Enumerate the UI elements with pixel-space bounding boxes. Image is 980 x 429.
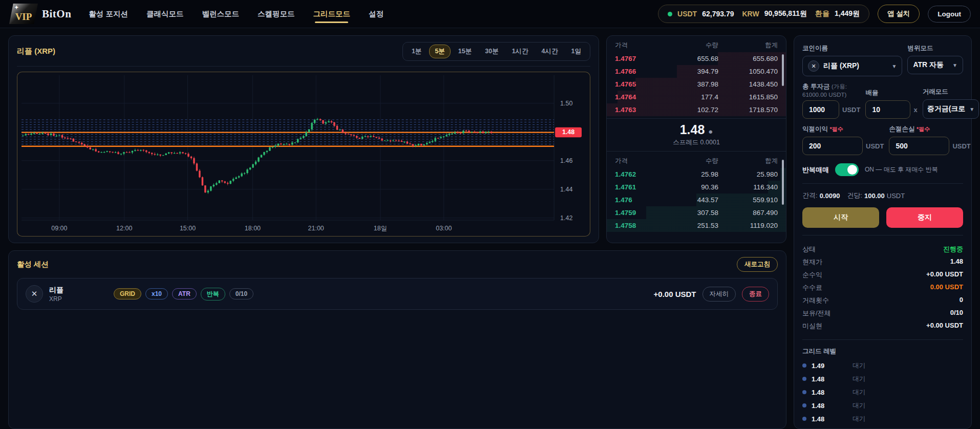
timeframe-button-1분[interactable]: 1분 — [406, 45, 427, 58]
session-pnl: +0.00 USDT — [654, 290, 696, 298]
bids-scrollbar[interactable] — [782, 160, 784, 205]
orderbook-col-header: 수량 — [659, 41, 718, 50]
invest-input[interactable] — [802, 100, 839, 119]
terminate-button[interactable]: 종료 — [742, 287, 769, 302]
session-badges: GRIDx10ATR반복0/10 — [114, 288, 253, 301]
session-badge-GRID: GRID — [114, 288, 141, 299]
stop-button[interactable]: 중지 — [886, 207, 963, 228]
svg-text:15:00: 15:00 — [180, 225, 196, 232]
sl-suffix: USDT — [952, 142, 970, 150]
start-button[interactable]: 시작 — [802, 207, 879, 228]
mid-price: 1.48 — [680, 122, 705, 137]
fx-value: 1,449원 — [835, 9, 860, 18]
svg-text:18:00: 18:00 — [245, 225, 261, 232]
repeat-trade-label: 반복매매 — [802, 165, 829, 175]
nav-item-스켈핑모드[interactable]: 스켈핑모드 — [258, 4, 295, 24]
timeframe-button-30분[interactable]: 30분 — [479, 45, 504, 58]
orderbook-col-header: 합계 — [718, 41, 778, 50]
orderbook-header-asks: 가격수량합계 — [607, 36, 786, 52]
refresh-button[interactable]: 새로고침 — [737, 257, 778, 272]
top-bar: ✦ VIP BitOn 활성 포지션클래식모드벨런스모드스켈핑모드그리드모드설정… — [0, 0, 980, 28]
svg-text:18일: 18일 — [374, 225, 387, 232]
status-dot-icon — [668, 12, 672, 16]
timeframe-button-4시간[interactable]: 4시간 — [536, 45, 564, 58]
level-dot-icon — [802, 390, 806, 394]
nav-item-활성 포지션[interactable]: 활성 포지션 — [89, 4, 128, 24]
stat-row-미실현: 미실현+0.00 USDT — [802, 319, 963, 332]
session-badge-반복: 반복 — [201, 288, 225, 301]
sessions-title: 활성 세션 — [17, 260, 49, 269]
usdt-value: 62,793.79 — [702, 10, 734, 18]
svg-text:12:00: 12:00 — [116, 225, 132, 232]
range-mode-select[interactable]: ATR 자동 ▼ — [907, 56, 963, 74]
coin-select[interactable]: ✕ 리플 (XRP) ▼ — [802, 56, 902, 76]
usdt-label: USDT — [677, 10, 697, 18]
nav-item-벨런스모드[interactable]: 벨런스모드 — [202, 4, 239, 24]
level-dot-icon — [802, 377, 806, 381]
orderbook-row-ask[interactable]: 1.4763102.721718.570 — [607, 103, 786, 116]
take-profit-input[interactable] — [802, 137, 863, 155]
gap-value: 0.0090 — [820, 192, 840, 200]
mid-price-dot-icon: ● — [708, 127, 713, 136]
session-badge-x10: x10 — [145, 288, 168, 299]
chevron-down-icon: ▼ — [952, 62, 957, 68]
coin-avatar-xrp-icon: ✕ — [26, 285, 43, 303]
session-stats: 상태진행중현재가1.48순수익+0.00 USDT수수료0.00 USDT거래횟… — [802, 243, 963, 332]
svg-text:1.46: 1.46 — [560, 157, 572, 164]
leverage-suffix: x — [913, 106, 917, 114]
coin-name-label: 코인이름 — [802, 44, 902, 53]
per-order-suffix: USDT — [887, 192, 905, 200]
grid-level-row: 1.48대기 — [802, 399, 963, 412]
svg-text:09:00: 09:00 — [51, 225, 67, 232]
sparkle-icon: ✦ — [14, 5, 18, 10]
orderbook-row-ask[interactable]: 1.4767655.68655.680 — [607, 52, 786, 65]
orderbook-row-ask[interactable]: 1.4766394.791050.470 — [607, 65, 786, 78]
nav-item-설정[interactable]: 설정 — [369, 4, 384, 24]
stat-row-순수익: 순수익+0.00 USDT — [802, 268, 963, 281]
orderbook-row-bid[interactable]: 1.476225.9825.980 — [607, 168, 786, 181]
stat-row-현재가: 현재가1.48 — [802, 255, 963, 268]
svg-text:1.50: 1.50 — [560, 100, 572, 107]
range-mode-value: ATR 자동 — [913, 60, 944, 70]
grid-levels-label: 그리드 레벨 — [802, 347, 963, 356]
timeframe-button-1일[interactable]: 1일 — [566, 45, 587, 58]
nav-item-그리드모드[interactable]: 그리드모드 — [313, 4, 350, 24]
chart-title: 리플 (XRP) — [17, 47, 55, 56]
leverage-input[interactable] — [865, 100, 910, 119]
timeframe-button-5분[interactable]: 5분 — [429, 45, 450, 58]
orderbook-row-bid[interactable]: 1.476190.36116.340 — [607, 181, 786, 194]
orderbook-row-bid[interactable]: 1.4758251.531119.020 — [607, 219, 786, 232]
vip-logo: ✦ VIP — [9, 4, 38, 24]
orderbook-row-bid[interactable]: 1.4759307.58867.490 — [607, 206, 786, 219]
stop-loss-input[interactable] — [889, 137, 949, 155]
orderbook-row-bid[interactable]: 1.476443.57559.910 — [607, 194, 786, 206]
svg-text:03:00: 03:00 — [436, 225, 452, 232]
detail-button[interactable]: 자세히 — [702, 287, 736, 302]
session-badge-0/10: 0/10 — [229, 288, 253, 299]
app-install-button[interactable]: 앱 설치 — [878, 5, 920, 23]
repeat-trade-toggle[interactable] — [835, 163, 859, 176]
candlestick-chart[interactable]: 1.501.481.461.441.4209:0012:0015:0018:00… — [17, 72, 590, 237]
session-badge-ATR: ATR — [172, 288, 197, 299]
main-nav: 활성 포지션클래식모드벨런스모드스켈핑모드그리드모드설정 — [89, 4, 384, 24]
stat-row-상태: 상태진행중 — [802, 243, 963, 255]
grid-level-row: 1.49대기 — [802, 359, 963, 372]
range-mode-label: 범위모드 — [907, 44, 963, 53]
nav-item-클래식모드[interactable]: 클래식모드 — [146, 4, 184, 24]
timeframe-selector: 1분5분15분30분1시간4시간1일 — [402, 42, 590, 61]
grid-level-row: 1.48대기 — [802, 372, 963, 385]
tp-suffix: USDT — [866, 142, 884, 150]
orderbook-row-ask[interactable]: 1.4765387.981438.450 — [607, 78, 786, 91]
orderbook-row-ask[interactable]: 1.4764177.41615.850 — [607, 91, 786, 103]
invest-label: 총 투자금 — [802, 83, 829, 90]
grid-settings-panel: 코인이름 ✕ 리플 (XRP) ▼ 범위모드 ATR 자동 ▼ 총 투자금 — [794, 35, 972, 429]
timeframe-button-15분[interactable]: 15분 — [453, 45, 477, 58]
asks-scrollbar[interactable] — [782, 54, 784, 86]
timeframe-button-1시간[interactable]: 1시간 — [506, 45, 534, 58]
grid-levels-list: 1.49대기1.48대기1.48대기1.48대기1.48대기1.48← 현재1.… — [802, 359, 963, 429]
trade-mode-select[interactable]: 증거금(크로 ▼ — [923, 99, 979, 119]
logout-button[interactable]: Logout — [928, 6, 971, 23]
svg-text:1.42: 1.42 — [560, 214, 572, 222]
brand-logo[interactable]: ✦ VIP BitOn — [9, 4, 71, 24]
invest-suffix: USDT — [842, 106, 860, 114]
